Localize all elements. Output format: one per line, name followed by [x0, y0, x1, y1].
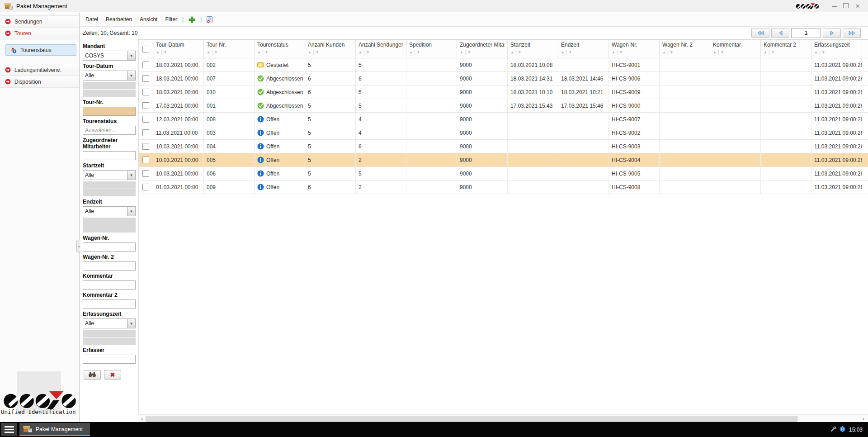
filter-input-erfasser[interactable] [83, 355, 136, 364]
sort-icons[interactable]: ▲|▼ [460, 50, 505, 54]
last-page-button[interactable] [843, 28, 861, 38]
sort-asc-icon[interactable]: ▲ [207, 50, 210, 54]
minimize-button[interactable] [828, 3, 840, 10]
filter-select-startzeit[interactable]: Alle▾ [83, 170, 136, 180]
sort-desc-icon[interactable]: ▼ [569, 50, 572, 54]
filter-input-wagen-nr[interactable] [83, 242, 136, 252]
tool-icon[interactable] [831, 427, 836, 433]
taskbar-app-button[interactable]: Paket Management [19, 423, 90, 436]
row-checkbox[interactable] [142, 184, 149, 190]
sort-icons[interactable]: ▲|▼ [561, 50, 606, 54]
column-header-zugeordneter-mitarbe[interactable]: Zugeordneter Mitarbe▲|▼ [457, 40, 508, 58]
filter-input-zugeordneter-mitarbeiter[interactable] [83, 151, 136, 160]
clear-filter-button[interactable]: ✖ [104, 370, 121, 380]
table-row[interactable]: 12.03.2021 00:00008Offen549000HI-CS-9007… [139, 113, 868, 126]
column-header-kommentar-2[interactable]: Kommentar 2▲|▼ [761, 40, 811, 58]
row-checkbox[interactable] [142, 116, 149, 123]
filter-select-erfassungszeit[interactable]: Alle▾ [83, 318, 136, 328]
sort-icons[interactable]: ▲|▼ [814, 50, 859, 54]
filter-select-mandant[interactable]: COSYS▾ [83, 51, 136, 61]
filter-select-tour-datum[interactable]: Alle▾ [83, 71, 136, 81]
filter-input-kommentar-2[interactable] [83, 299, 136, 309]
sort-icons[interactable]: ▲|▼ [308, 50, 353, 54]
network-icon[interactable] [840, 426, 845, 433]
column-header-spedition[interactable]: Spedition▲|▼ [406, 40, 457, 58]
sort-icons[interactable]: ▲|▼ [207, 50, 251, 54]
column-header-anzahl-kunden[interactable]: Anzahl Kunden▲|▼ [305, 40, 356, 58]
sort-icons[interactable]: ▲|▼ [257, 50, 302, 54]
sort-desc-icon[interactable]: ▼ [467, 50, 471, 54]
next-page-button[interactable] [823, 28, 841, 38]
sort-desc-icon[interactable]: ▼ [518, 50, 522, 54]
menu-item-bearbeiten[interactable]: Bearbeiten [106, 16, 132, 23]
table-row[interactable]: 18.03.2021 00:00010Abgeschlossen65900018… [139, 86, 868, 99]
sort-asc-icon[interactable]: ▲ [612, 50, 615, 54]
maximize-button[interactable] [840, 3, 852, 10]
sidebar-item-touren[interactable]: Touren [0, 28, 79, 39]
sort-asc-icon[interactable]: ▲ [257, 50, 261, 54]
column-header-kommentar[interactable]: Kommentar▲|▼ [710, 40, 761, 58]
sort-icons[interactable]: ▲|▼ [764, 50, 808, 54]
horizontal-scrollbar[interactable]: ‹ › [138, 414, 868, 422]
column-header-tour-datum[interactable]: Tour-Datum▲|▼ [153, 40, 204, 58]
select-all-checkbox[interactable] [142, 46, 149, 52]
table-row[interactable]: 10.03.2021 00:00006Offen559000HI-CS-9005… [139, 167, 868, 180]
table-row[interactable]: 11.03.2021 00:00003Offen549000HI-CS-9002… [139, 126, 868, 140]
row-checkbox[interactable] [142, 157, 149, 163]
sort-desc-icon[interactable]: ▼ [822, 50, 826, 54]
sort-icons[interactable]: ▲|▼ [409, 50, 454, 54]
menu-item-ansicht[interactable]: Ansicht [140, 16, 157, 23]
sort-asc-icon[interactable]: ▲ [460, 50, 463, 54]
scroll-right-arrow[interactable]: › [860, 415, 867, 422]
sidebar-item-ladungsmittelverw[interactable]: Ladungsmittelverw. [0, 64, 79, 76]
row-checkbox[interactable] [142, 143, 149, 150]
sort-asc-icon[interactable]: ▲ [308, 50, 311, 54]
filter-select-endzeit[interactable]: Alle▾ [83, 206, 136, 216]
filter-input-wagen-nr-2[interactable] [83, 261, 136, 271]
sort-asc-icon[interactable]: ▲ [510, 50, 514, 54]
filter-input-tour-nr[interactable] [83, 107, 136, 116]
sort-asc-icon[interactable]: ▲ [764, 50, 767, 54]
sort-icons[interactable]: ▲|▼ [359, 50, 403, 54]
sort-icons[interactable]: ▲|▼ [612, 50, 656, 54]
row-checkbox[interactable] [142, 89, 149, 95]
first-page-button[interactable] [751, 28, 769, 38]
page-number-input[interactable] [791, 28, 821, 38]
sidebar-item-disposition[interactable]: Disposition [0, 76, 79, 88]
sort-desc-icon[interactable]: ▼ [366, 50, 370, 54]
sort-desc-icon[interactable]: ▼ [619, 50, 623, 54]
row-checkbox[interactable] [142, 62, 149, 68]
column-header-endzeit[interactable]: Endzeit▲|▼ [558, 40, 609, 58]
filter-collapse-handle[interactable]: ◂ [76, 240, 80, 252]
table-row[interactable]: 18.03.2021 00:00007Abgeschlossen66900018… [139, 72, 868, 86]
sort-icons[interactable]: ▲|▼ [713, 50, 758, 54]
sort-desc-icon[interactable]: ▼ [417, 50, 420, 54]
sort-icons[interactable]: ▲|▼ [662, 50, 707, 54]
column-header-tourenstatus[interactable]: Tourenstatus▲|▼ [255, 40, 305, 58]
sidebar-item-tourenstatus[interactable]: Tourenstatus [5, 44, 76, 56]
add-button[interactable] [189, 16, 195, 23]
sort-asc-icon[interactable]: ▲ [561, 50, 565, 54]
column-header-wagen-nr-2[interactable]: Wagen-Nr. 2▲|▼ [660, 40, 710, 58]
search-button[interactable] [84, 370, 101, 380]
column-header-erfassungszeit[interactable]: Erfassungszeit▲|▼ [811, 40, 862, 58]
row-checkbox[interactable] [142, 129, 149, 136]
sort-asc-icon[interactable]: ▲ [409, 50, 413, 54]
export-button[interactable] [207, 16, 212, 23]
sidebar-item-sendungen[interactable]: Sendungen [0, 15, 79, 28]
table-row[interactable]: 01.03.2021 00:00009Offen629000HI-CS-9008… [139, 180, 868, 194]
sort-asc-icon[interactable]: ▲ [359, 50, 362, 54]
column-header-tour-nr[interactable]: Tour-Nr.▲|▼ [204, 40, 255, 58]
sort-desc-icon[interactable]: ▼ [771, 50, 775, 54]
sort-icons[interactable]: ▲|▼ [156, 50, 201, 54]
sort-desc-icon[interactable]: ▼ [721, 50, 724, 54]
sort-desc-icon[interactable]: ▼ [316, 50, 319, 54]
filter-input-tourenstatus[interactable] [83, 126, 136, 135]
row-checkbox[interactable] [142, 102, 149, 109]
close-button[interactable]: ✕ [852, 3, 863, 10]
column-header-startzeit[interactable]: Startzeit▲|▼ [508, 40, 558, 58]
menu-item-filter[interactable]: Filter [165, 16, 177, 23]
table-row[interactable]: 10.03.2021 00:00005Offen529000HI-CS-9004… [139, 153, 868, 167]
menu-item-datei[interactable]: Datei [85, 16, 98, 23]
sort-desc-icon[interactable]: ▼ [265, 50, 269, 54]
